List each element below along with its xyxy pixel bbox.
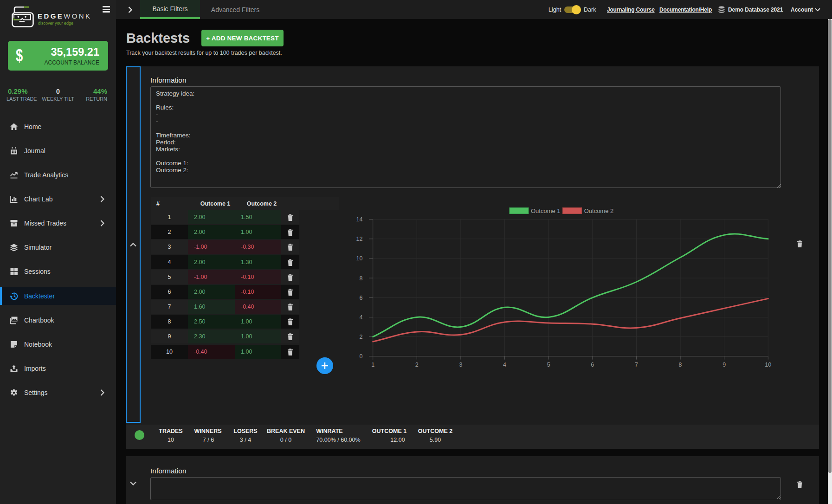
- svg-text:10: 10: [765, 362, 771, 368]
- svg-text:14: 14: [356, 216, 363, 223]
- svg-text:4: 4: [503, 362, 506, 368]
- svg-text:8: 8: [679, 362, 682, 368]
- svg-text:3: 3: [459, 362, 462, 368]
- svg-text:2: 2: [360, 334, 363, 340]
- svg-text:12: 12: [356, 236, 363, 242]
- svg-text:5: 5: [547, 362, 550, 368]
- svg-text:9: 9: [722, 362, 726, 368]
- svg-text:0: 0: [360, 353, 363, 360]
- svg-text:6: 6: [360, 295, 363, 301]
- svg-text:10: 10: [356, 255, 363, 262]
- svg-text:2: 2: [415, 362, 419, 368]
- svg-text:Outcome 1: Outcome 1: [531, 207, 561, 214]
- svg-text:6: 6: [591, 362, 594, 368]
- svg-text:4: 4: [360, 314, 363, 321]
- svg-text:7: 7: [635, 362, 638, 368]
- svg-text:1: 1: [371, 362, 374, 368]
- svg-text:Outcome 2: Outcome 2: [584, 207, 614, 214]
- svg-text:8: 8: [360, 275, 363, 282]
